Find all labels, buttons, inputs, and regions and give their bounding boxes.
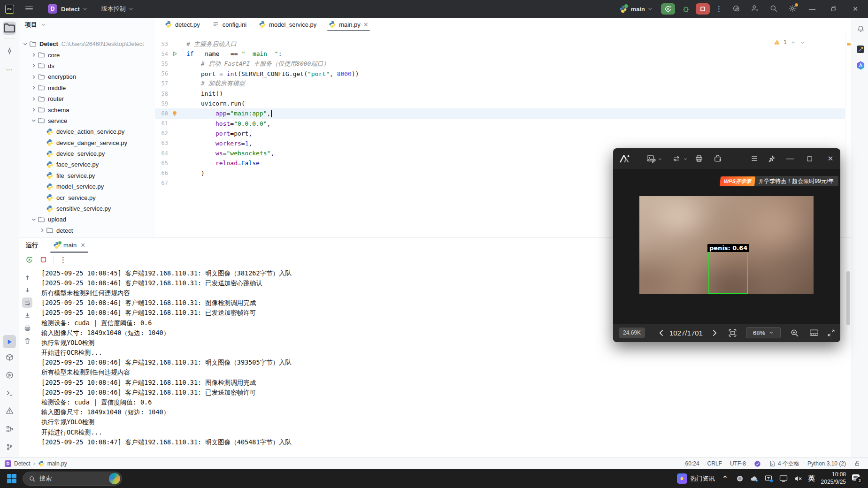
plugin-icon[interactable] [854,43,867,55]
viewer-maximize-button[interactable] [804,153,814,164]
promo-banner[interactable]: WPS开学季 开学季特惠！超会限时99元/年 [720,176,838,186]
tray-mute-icon[interactable] [794,474,802,483]
window-close-button[interactable]: ✕ [848,3,862,15]
chevron-down-icon[interactable] [658,157,662,161]
search-everywhere-icon[interactable] [769,4,779,14]
news-widget[interactable]: 热门资讯 [677,473,715,484]
tab-config-ini[interactable]: config.ini [206,18,253,31]
project-folder-tool-button[interactable] [3,22,16,35]
terminal-tool-button[interactable] [3,386,16,399]
zoom-level-dropdown[interactable]: 68% [746,327,781,338]
chevron-right-icon[interactable] [30,73,38,81]
prev-warning-icon[interactable] [790,39,796,46]
code-with-me-icon[interactable] [751,4,760,14]
project-selector[interactable]: Detect [61,6,80,13]
chevron-down-icon[interactable] [683,157,688,161]
pin-icon[interactable] [766,153,776,164]
run-line-icon[interactable] [170,50,179,58]
tree-item-device-service-py[interactable]: device_service.py [19,148,155,159]
packages-button[interactable] [3,351,16,364]
fit-to-window-button[interactable] [727,328,738,338]
chevron-right-icon[interactable] [30,84,38,92]
edit-image-icon[interactable] [646,153,656,164]
version-control-tool-button[interactable] [3,440,16,453]
chevron-right-icon[interactable] [30,51,38,59]
interpreter-widget[interactable]: Python 3.10 (2) [807,460,846,467]
export-icon[interactable] [713,153,723,164]
run-tool-button[interactable] [3,335,16,348]
line-ending-widget[interactable]: CRLF [707,460,722,467]
intention-bulb-icon[interactable] [170,110,179,117]
chevron-right-icon[interactable] [30,95,38,103]
chevron-down-icon[interactable] [30,117,38,124]
search-daily-image[interactable] [109,473,120,484]
inspections-widget[interactable]: 1 [774,39,806,46]
encoding-widget[interactable]: UTF-8 [730,460,746,467]
tree-item-core[interactable]: core [19,49,155,60]
image-viewer-window[interactable]: — ✕ WPS开学季 开学季特惠！超会限时99元/年 penis: 0.64 2… [613,148,840,342]
fullscreen-button[interactable] [825,328,837,338]
tree-item-device-danger-service-py[interactable]: device_danger_service.py [19,137,155,148]
run-tab-main[interactable]: main ✕ [50,237,88,253]
run-config-selector[interactable]: main [631,6,645,13]
down-icon[interactable] [22,285,32,295]
prev-image-button[interactable] [656,328,667,338]
indent-widget[interactable]: 4 个空格 [769,460,799,468]
tree-item-file-service-py[interactable]: file_service.py [19,170,155,181]
filmstrip-button[interactable] [808,328,820,338]
vcs-menu[interactable]: 版本控制 [101,5,126,13]
chevron-down-icon[interactable] [22,40,29,48]
tree-item-upload[interactable]: upload [19,214,155,225]
tree-item-device-action-service-py[interactable]: device_action_service.py [19,126,155,137]
viewer-toolbar[interactable]: — ✕ [613,148,840,169]
chevron-right-icon[interactable] [38,227,46,234]
tree-item-encryption[interactable]: encryption [19,71,155,82]
console-scrollbar[interactable] [846,271,850,325]
project-avatar[interactable]: D [48,4,57,14]
print-icon[interactable] [694,153,704,164]
commit-tool-button[interactable] [3,44,16,57]
editor-scrollbar[interactable] [845,31,852,237]
more-menu-icon[interactable]: ⋮ [715,5,722,13]
up-icon[interactable] [22,272,32,282]
statusbar-breadcrumb[interactable]: D Detect › main.py [0,460,67,467]
project-panel-header[interactable]: 项目 [19,18,155,32]
start-button[interactable] [6,473,18,485]
notification-center-button[interactable]: 3 [852,474,862,483]
debug-button[interactable] [680,3,692,15]
window-minimize-button[interactable]: — [805,3,819,15]
softwrap-icon[interactable] [22,297,32,308]
chevron-down-icon[interactable] [30,216,38,223]
settings-gear-icon[interactable] [788,4,798,14]
tab-model-service-py[interactable]: model_service.py [253,18,323,31]
main-menu-icon[interactable] [23,4,35,15]
viewer-close-button[interactable]: ✕ [825,153,836,164]
more-menu-icon[interactable]: ⋮ [60,256,67,264]
clock-widget[interactable]: 10:08 2025/9/25 [821,471,846,486]
rerun-button[interactable] [661,3,675,15]
tree-item-detect[interactable]: detect [19,225,155,236]
warning-stripe-mark[interactable] [847,43,851,46]
zoom-in-button[interactable] [789,328,800,338]
more-tool-button[interactable]: ⋯ [3,63,16,76]
lock-open-icon[interactable] [854,460,860,467]
ai-assistant-icon[interactable] [854,59,867,71]
stop-button[interactable] [39,256,48,264]
tree-item-service[interactable]: service [19,115,155,126]
tray-monitor-icon[interactable] [779,474,788,483]
stop-button[interactable] [696,3,710,15]
clear-icon[interactable] [22,336,32,346]
tree-item-face-service-py[interactable]: face_service.py [19,159,155,170]
status-plugin-icon[interactable] [754,460,761,467]
chevron-right-icon[interactable] [30,62,38,69]
notifications-icon[interactable] [854,23,867,35]
tab-main-py[interactable]: main.py✕ [323,18,374,31]
tray-cloud-icon[interactable]: i [750,474,759,483]
chevron-right-icon[interactable] [30,106,38,114]
tray-cast-icon[interactable] [765,474,773,483]
tree-item-sensitive-service-py[interactable]: sensitive_service.py [19,203,155,214]
taskbar-search[interactable]: 搜索 [23,472,122,486]
structure-button[interactable] [3,422,16,435]
rerun-button[interactable] [25,256,34,264]
input-language-button[interactable]: 英 [808,474,815,483]
